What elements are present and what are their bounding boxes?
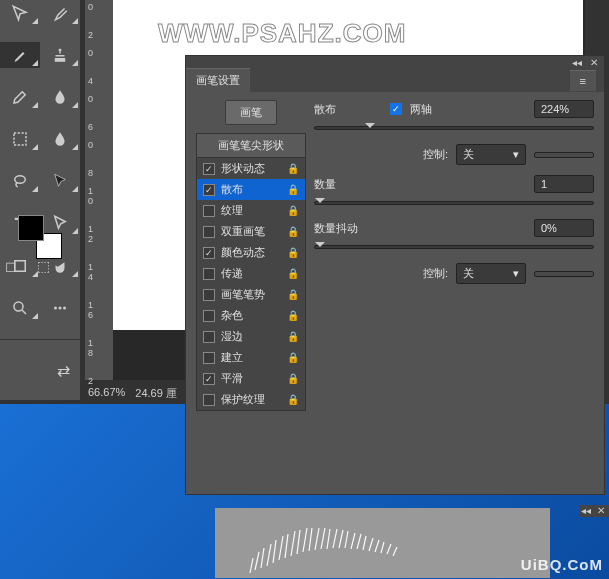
checkbox[interactable] [203,310,215,322]
more-tools[interactable] [40,295,80,321]
lock-icon[interactable]: 🔒 [287,268,299,279]
clone-stamp-tool[interactable] [40,42,80,68]
option-shape-dynamics[interactable]: 形状动态🔒 [197,158,305,179]
option-noise[interactable]: 杂色🔒 [197,305,305,326]
lock-icon[interactable]: 🔒 [287,394,299,405]
control-label: 控制: [423,147,448,162]
checkbox[interactable] [203,289,215,301]
fg-color-swatch[interactable] [18,215,44,241]
close-icon[interactable]: ✕ [590,57,598,68]
checkbox[interactable] [203,247,215,259]
option-protect-texture[interactable]: 保护纹理🔒 [197,389,305,410]
svg-point-3 [14,302,23,311]
checkbox[interactable] [203,163,215,175]
checkbox[interactable] [203,205,215,217]
lock-icon[interactable]: 🔒 [287,310,299,321]
lasso-tool[interactable] [0,168,40,194]
scatter-slider[interactable] [314,126,594,130]
collapse-icon[interactable]: ◂◂ [572,57,582,68]
control2-label: 控制: [423,266,448,281]
option-wet-edges[interactable]: 湿边🔒 [197,326,305,347]
lock-icon[interactable]: 🔒 [287,352,299,363]
panel-titlebar: ◂◂ ✕ [186,56,604,68]
chevron-down-icon: ▾ [513,148,519,161]
brush-preview [215,508,550,578]
option-color-dynamics[interactable]: 颜色动态🔒 [197,242,305,263]
both-axes-checkbox[interactable] [390,103,402,115]
control-dropdown[interactable]: 关▾ [456,144,526,165]
checkbox[interactable] [203,394,215,406]
lock-icon[interactable]: 🔒 [287,289,299,300]
panel-menu-icon[interactable]: ≡ [570,70,596,91]
brush-tip-shape[interactable]: 画笔笔尖形状 [197,134,305,158]
count-jitter-label: 数量抖动 [314,221,358,236]
move-tool[interactable] [0,0,40,26]
both-axes-label: 两轴 [410,102,432,117]
control2-value-box [534,271,594,277]
svg-rect-0 [14,133,26,145]
svg-point-6 [63,306,66,309]
lock-icon[interactable]: 🔒 [287,163,299,174]
count-label: 数量 [314,177,344,192]
checkbox[interactable] [203,373,215,385]
doc-dimensions: 24.69 厘 [135,386,177,404]
option-texture[interactable]: 纹理🔒 [197,200,305,221]
count-slider[interactable] [314,201,594,205]
eyedropper-tool[interactable] [40,0,80,26]
option-dual-brush[interactable]: 双重画笔🔒 [197,221,305,242]
count-jitter-value[interactable]: 0% [534,219,594,237]
checkbox[interactable] [203,352,215,364]
chevron-down-icon: ▾ [513,267,519,280]
tools-panel: ⇄ [0,0,80,400]
count-jitter-slider[interactable] [314,245,594,249]
brush-tool[interactable] [0,42,40,68]
brush-presets-button[interactable]: 画笔 [225,100,277,125]
lock-icon[interactable]: 🔒 [287,226,299,237]
option-transfer[interactable]: 传递🔒 [197,263,305,284]
swap-colors-icon[interactable]: ⇄ [0,358,80,384]
checkbox[interactable] [203,184,215,196]
option-brush-pose[interactable]: 画笔笔势🔒 [197,284,305,305]
zoom-tool[interactable] [0,295,40,321]
brush-settings-panel: ◂◂ ✕ 画笔设置 ≡ 画笔 画笔笔尖形状 形状动态🔒 散布🔒 纹理🔒 双重画笔… [185,55,605,495]
lock-icon[interactable]: 🔒 [287,373,299,384]
option-smoothing[interactable]: 平滑🔒 [197,368,305,389]
control-value-box [534,152,594,158]
path-select-tool[interactable] [40,168,80,194]
marquee-tool[interactable] [0,126,40,152]
scatter-settings: 散布 两轴 224% 控制: 关▾ 数量 1 数量抖动 0% [314,100,594,411]
brush-options-list: 画笔笔尖形状 形状动态🔒 散布🔒 纹理🔒 双重画笔🔒 颜色动态🔒 传递🔒 画笔笔… [196,133,306,411]
close-icon[interactable]: ✕ [597,505,605,517]
canvas-watermark: WWW.PSAHZ.COM [158,18,406,49]
lock-icon[interactable]: 🔒 [287,331,299,342]
quick-mask-icon[interactable]: ◻ [5,258,17,274]
collapse-icon[interactable]: ◂◂ [581,505,591,517]
svg-point-4 [54,306,57,309]
lock-icon[interactable]: 🔒 [287,205,299,216]
scatter-label: 散布 [314,102,344,117]
checkbox[interactable] [203,226,215,238]
vertical-ruler: 02 04 06 08 10 12 14 16 18 2 [85,0,113,380]
color-swatches [18,215,68,260]
screen-mode-icon[interactable]: ⬚ [37,258,50,274]
lock-icon[interactable]: 🔒 [287,247,299,258]
panel-tab-brush-settings[interactable]: 画笔设置 [186,68,250,92]
status-bar: 66.67% 24.69 厘 [85,386,177,404]
zoom-level[interactable]: 66.67% [88,386,125,404]
control2-dropdown[interactable]: 关▾ [456,263,526,284]
pen-alt-tool[interactable] [0,84,40,110]
blur-tool[interactable] [40,84,80,110]
count-value[interactable]: 1 [534,175,594,193]
checkbox[interactable] [203,268,215,280]
option-scattering[interactable]: 散布🔒 [197,179,305,200]
option-build-up[interactable]: 建立🔒 [197,347,305,368]
lock-icon[interactable]: 🔒 [287,184,299,195]
footer-watermark: UiBQ.CoM [521,556,603,573]
mini-panel-titlebar: ◂◂ ✕ [579,505,609,517]
svg-point-5 [59,306,62,309]
scatter-value[interactable]: 224% [534,100,594,118]
bucket-tool[interactable] [40,126,80,152]
checkbox[interactable] [203,331,215,343]
